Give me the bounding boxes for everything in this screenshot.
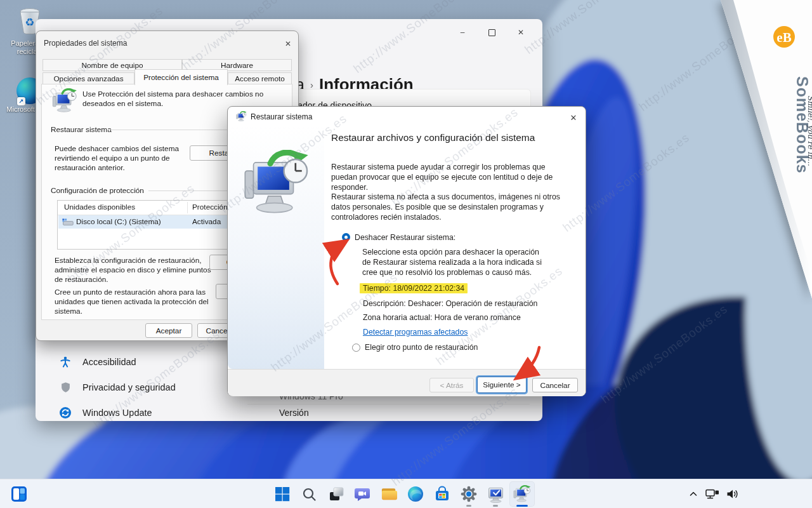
system-properties-button[interactable]: [483, 481, 508, 507]
chevron-up-icon: [689, 490, 698, 498]
network-button[interactable]: [703, 481, 722, 507]
settings-button[interactable]: [456, 481, 481, 507]
dialog-title: Propiedades del sistema: [44, 39, 127, 48]
divider: [187, 202, 188, 213]
version-row[interactable]: Versión: [279, 408, 309, 418]
edge-button[interactable]: [403, 481, 428, 507]
radio-choose-label[interactable]: Elegir otro punto de restauración: [365, 342, 478, 352]
system-restore-wizard: Restaurar sistema ✕ Restaurar archivos y…: [227, 106, 586, 396]
ok-button[interactable]: Aceptar: [145, 323, 192, 338]
volume-button[interactable]: [723, 481, 742, 507]
chat-icon: [354, 486, 370, 502]
wizard-footer: < Atrás Siguiente > Cancelar: [228, 369, 586, 396]
search-button[interactable]: [296, 481, 322, 507]
start-button[interactable]: [270, 481, 295, 507]
wizard-title: Restaurar sistema: [251, 112, 312, 121]
widgets-button[interactable]: [6, 481, 32, 507]
configure-description: Establezca la configuración de restaurac…: [55, 256, 218, 284]
tab-system-protection[interactable]: Protección del sistema: [134, 69, 228, 85]
store-button[interactable]: [429, 481, 455, 507]
sidebar-item-label: Privacidad y seguridad: [82, 382, 176, 392]
close-button[interactable]: ✕: [566, 110, 580, 124]
back-button[interactable]: < Atrás: [429, 378, 474, 392]
network-icon: [705, 489, 719, 500]
timezone-line: Zona horaria actual: Hora de verano roma…: [363, 312, 521, 323]
system-restore-big-icon: [243, 150, 310, 217]
taskbar: 17:59 19/09/2022 1: [0, 479, 812, 508]
system-restore-button[interactable]: [509, 481, 535, 507]
search-icon: [301, 486, 317, 502]
sidebar-item-privacy[interactable]: Privacidad y seguridad: [51, 375, 247, 399]
restore-time: Tiempo: 18/09/2022 21:02:34: [360, 283, 468, 293]
system-protection-icon: [52, 88, 77, 114]
task-view-button[interactable]: [323, 481, 348, 507]
running-indicator: [493, 505, 498, 507]
minimize-button[interactable]: –: [452, 24, 473, 41]
close-button[interactable]: ✕: [510, 24, 532, 41]
wizard-heading: Restaurar archivos y configuración del s…: [331, 132, 576, 144]
running-indicator: [466, 505, 471, 507]
create-description: Cree un punto de restauración ahora para…: [55, 288, 218, 316]
edge-icon: [407, 486, 424, 502]
store-icon: [434, 486, 450, 502]
wizard-side-panel: [228, 126, 324, 369]
highlighted-time: Tiempo: 18/09/2022 21:02:34: [360, 283, 468, 293]
shortcut-arrow-icon: ↗: [17, 97, 25, 105]
drive-icon: [62, 218, 74, 227]
active-app-indicator: [516, 505, 528, 507]
task-view-icon: [327, 486, 344, 502]
wizard-paragraph: Restaurar sistema no afecta a sus docume…: [331, 192, 581, 223]
sidebar-item-accessibility[interactable]: Accesibilidad: [51, 350, 247, 374]
system-restore-icon: [513, 485, 531, 503]
settings-gear-icon: [461, 486, 477, 502]
wizard-paragraph: Restaurar sistema puede ayudar a corregi…: [331, 162, 573, 193]
sidebar-item-label: Accesibilidad: [82, 357, 136, 367]
detect-programs-link[interactable]: Detectar programas afectados: [363, 327, 468, 337]
close-button[interactable]: ✕: [282, 37, 294, 50]
next-button[interactable]: Siguiente >: [477, 377, 527, 393]
restore-description-line: Descripción: Deshacer: Operación de rest…: [363, 298, 537, 309]
group-label: Configuración de protección: [51, 186, 144, 196]
system-restore-icon: [236, 111, 247, 122]
widgets-icon: [11, 486, 27, 502]
system-properties-icon: [487, 486, 504, 503]
chat-button[interactable]: [350, 481, 375, 507]
radio-undo-restore[interactable]: [342, 233, 350, 241]
recycle-glyph: ♻: [25, 17, 34, 29]
volume-icon: [726, 489, 739, 499]
tab-advanced[interactable]: Opciones avanzadas: [43, 72, 134, 84]
windows-update-icon: [58, 406, 72, 420]
cancel-button[interactable]: Cancelar: [532, 378, 578, 392]
radio-undo-label[interactable]: Deshacer Restaurar sistema:: [355, 232, 455, 243]
radio-choose-point[interactable]: [352, 344, 360, 352]
tray-chevron-button[interactable]: [685, 481, 702, 507]
restore-description: Puede deshacer cambios del sistema revir…: [55, 144, 185, 173]
group-label: Restaurar sistema: [51, 125, 112, 135]
sidebar-item-windows-update[interactable]: Windows Update: [51, 401, 247, 425]
col-protection[interactable]: Protección: [192, 203, 228, 212]
col-drives[interactable]: Unidades disponibles: [64, 203, 135, 212]
radio-undo-description: Seleccione esta opción para deshacer la …: [362, 247, 549, 278]
tab-remote[interactable]: Acceso remoto: [228, 72, 292, 84]
shield-icon: [58, 380, 72, 394]
file-explorer-icon: [381, 486, 398, 502]
divider: [247, 404, 530, 404]
maximize-icon: [488, 29, 495, 36]
accessibility-icon: [58, 355, 72, 369]
file-explorer-button[interactable]: [376, 481, 402, 507]
sidebar-item-label: Windows Update: [82, 408, 152, 418]
start-icon: [275, 486, 290, 502]
drive-status: Activada: [192, 217, 221, 227]
maximize-button[interactable]: [481, 24, 502, 41]
drive-name: Disco local (C:) (Sistema): [76, 217, 161, 227]
